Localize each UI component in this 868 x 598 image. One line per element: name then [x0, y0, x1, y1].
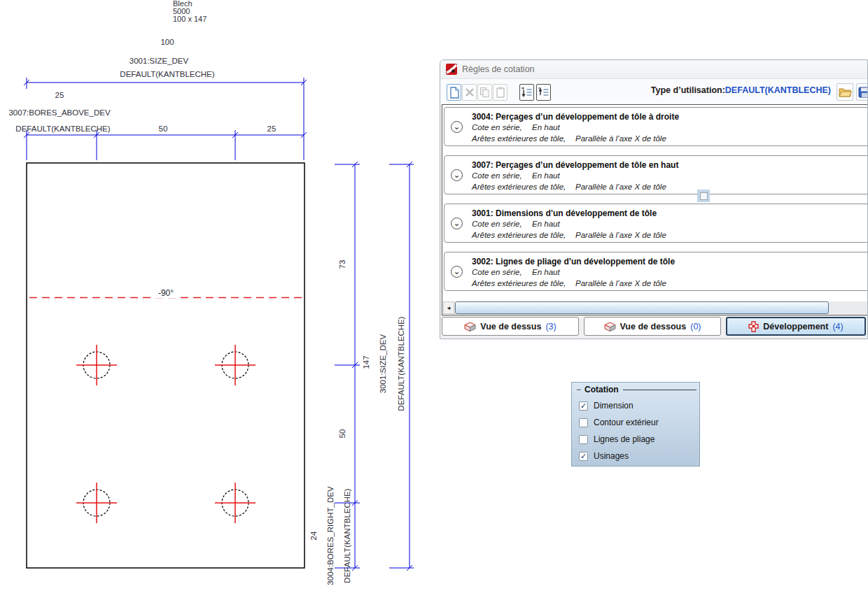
collapse-icon[interactable]: − — [576, 385, 581, 394]
usage-type: Type d’utilisation:DEFAULT(KANTBLECHE) — [651, 85, 831, 95]
rule-title: 3004: Perçages d’un développement de tôl… — [472, 112, 679, 122]
part-size: 100 x 147 — [173, 15, 206, 23]
option-dimension[interactable]: ✓ Dimension — [579, 400, 634, 411]
scroll-left-icon: ◂ — [447, 304, 451, 311]
move-up-icon — [538, 87, 550, 98]
option-usinages[interactable]: ✓ Usinages — [579, 450, 629, 462]
rule-card-3007[interactable]: ⌄ 3007: Perçages d’un développement de t… — [444, 155, 868, 194]
checkbox-checked[interactable]: ✓ — [579, 452, 588, 461]
rule-attrs-1: Cote en série,En haut — [472, 220, 560, 228]
rule-card-3002[interactable]: ⌄ 3002: Lignes de pliage d’un développem… — [444, 252, 868, 291]
dim-top-bores — [24, 130, 307, 160]
expand-rule-button[interactable]: ⌄ — [451, 121, 463, 133]
tab-label: Vue de dessus — [480, 322, 541, 332]
view-tabs: Vue de dessus (3) Vue de dessous (0) Dév… — [440, 317, 868, 338]
cube-icon — [604, 322, 616, 332]
paste-rule-button[interactable] — [493, 84, 507, 101]
rule-attrs-2: Arêtes extérieures de tôle,Parallèle à l… — [472, 279, 666, 287]
dialog-titlebar[interactable]: Règles de cotation — [440, 60, 867, 79]
dialog-toolbar: Type d’utilisation:DEFAULT(KANTBLECHE) — [440, 79, 867, 104]
dim-top-size — [24, 78, 307, 160]
move-rule-down-button[interactable] — [519, 84, 534, 101]
header-rule — [623, 390, 696, 390]
dim-right-total-usage-label: DEFAULT(KANTBLECHE) — [397, 316, 405, 411]
tab-count: (0) — [690, 322, 701, 332]
usage-type-value[interactable]: DEFAULT(KANTBLECHE) — [725, 85, 831, 95]
bend-angle-label: -90° — [155, 288, 176, 298]
dim-right-bores-rule-label: 3004:BORES_RIGHT_DEV — [326, 486, 335, 585]
cube-icon — [464, 322, 476, 332]
check-icon: ✓ — [580, 401, 587, 410]
option-contour-exterieur[interactable]: Contour extérieur — [579, 417, 659, 428]
usage-type-label: Type d’utilisation: — [651, 85, 725, 95]
expand-rule-button[interactable]: ⌄ — [451, 169, 463, 181]
rule-attrs-1: Cote en série,En haut — [472, 268, 560, 276]
dim-above-usage-label: DEFAULT(KANTBLECHE) — [15, 124, 110, 133]
dim-right-seg2-label: 50 — [338, 429, 346, 439]
cotation-title: Cotation — [584, 385, 619, 394]
open-rules-button[interactable] — [836, 83, 853, 101]
tab-vue-de-dessous[interactable]: Vue de dessous (0) — [584, 317, 721, 336]
new-rule-button[interactable] — [447, 84, 461, 101]
dim-above-seg3-label: 25 — [267, 124, 276, 133]
rules-list: ⌄ 3004: Perçages d’un développement de t… — [442, 104, 868, 315]
dim-right-total-label: 147 — [362, 355, 370, 369]
rule-attrs-2: Arêtes extérieures de tôle,Parallèle à l… — [472, 134, 666, 143]
rule-card-3004[interactable]: ⌄ 3004: Perçages d’un développement de t… — [444, 107, 868, 146]
chevron-down-icon: ⌄ — [453, 266, 460, 276]
cotation-panel: − Cotation ✓ Dimension Contour extérieur… — [571, 382, 700, 467]
rule-card-3001[interactable]: ⌄ 3001: Dimensions d’un développement de… — [444, 204, 868, 243]
tab-count: (3) — [545, 322, 556, 332]
tab-label: Vue de dessous — [620, 322, 687, 332]
rule-title: 3007: Perçages d’un développement de tôl… — [472, 160, 678, 170]
save-disk-icon — [858, 87, 868, 98]
rule-attrs-1: Cote en série,En haut — [472, 123, 560, 131]
expand-rule-button[interactable]: ⌄ — [451, 266, 463, 278]
checkbox-checked[interactable]: ✓ — [579, 401, 588, 411]
tab-count: (4) — [832, 322, 843, 332]
rule-attrs-2: Arêtes extérieures de tôle,Parallèle à l… — [472, 231, 666, 239]
new-page-icon — [449, 87, 459, 99]
app-logo-icon — [446, 64, 457, 75]
horizontal-scrollbar[interactable]: ◂ — [443, 301, 868, 314]
tab-developpement[interactable]: Développement (4) — [726, 317, 866, 336]
rule-title: 3001: Dimensions d’un développement de t… — [472, 208, 657, 218]
move-down-icon — [521, 87, 533, 98]
move-rule-up-button[interactable] — [536, 84, 551, 101]
scroll-left-button[interactable]: ◂ — [443, 301, 454, 314]
dim-above-seg1-label: 25 — [55, 91, 64, 99]
dim-right-bores-usage-label: DEFAULT(KANTBLECHE) — [343, 488, 351, 583]
clipboard-icon — [496, 87, 505, 98]
option-lignes-de-pliage[interactable]: Lignes de pliage — [579, 434, 654, 445]
save-rules-button[interactable] — [856, 83, 868, 101]
dim-above-seg2-label: 50 — [159, 124, 168, 133]
expand-rule-button[interactable]: ⌄ — [451, 218, 463, 229]
tab-label: Développement — [763, 322, 828, 332]
delete-rule-button[interactable] — [462, 84, 477, 101]
dim-top-rule-label: 3001:SIZE_DEV — [130, 57, 188, 65]
check-icon: ✓ — [580, 452, 587, 460]
dim-right-seg3-label: 24 — [309, 532, 318, 541]
checkbox-unchecked[interactable] — [579, 435, 588, 444]
scrollbar-thumb[interactable] — [455, 301, 829, 314]
open-folder-icon — [839, 87, 852, 97]
copy-icon — [479, 87, 490, 98]
sheet-drawing — [0, 0, 434, 598]
dim-right-seg1-label: 73 — [338, 260, 346, 269]
splitter-grip — [700, 192, 708, 200]
copy-rule-button[interactable] — [477, 84, 492, 101]
chevron-down-icon: ⌄ — [453, 122, 460, 131]
rule-attrs-1: Cote en série,En haut — [472, 171, 560, 180]
delete-x-icon — [465, 87, 475, 97]
sheet-outline — [27, 163, 304, 568]
cotation-header: − Cotation — [576, 385, 696, 394]
unfold-development-icon — [748, 321, 759, 332]
part-info-block: Blech 5000 100 x 147 — [173, 0, 206, 23]
checkbox-unchecked[interactable] — [579, 418, 588, 427]
dim-right-total-rule-label: 3001:SIZE_DEV — [379, 334, 387, 393]
dim-above-rule-label: 3007:BORES_ABOVE_DEV — [8, 108, 110, 117]
tab-vue-de-dessus[interactable]: Vue de dessus (3) — [442, 317, 579, 336]
rule-attrs-2: Arêtes extérieures de tôle,Parallèle à l… — [472, 183, 666, 191]
splitter-handle[interactable] — [697, 190, 710, 202]
chevron-down-icon: ⌄ — [453, 218, 460, 228]
